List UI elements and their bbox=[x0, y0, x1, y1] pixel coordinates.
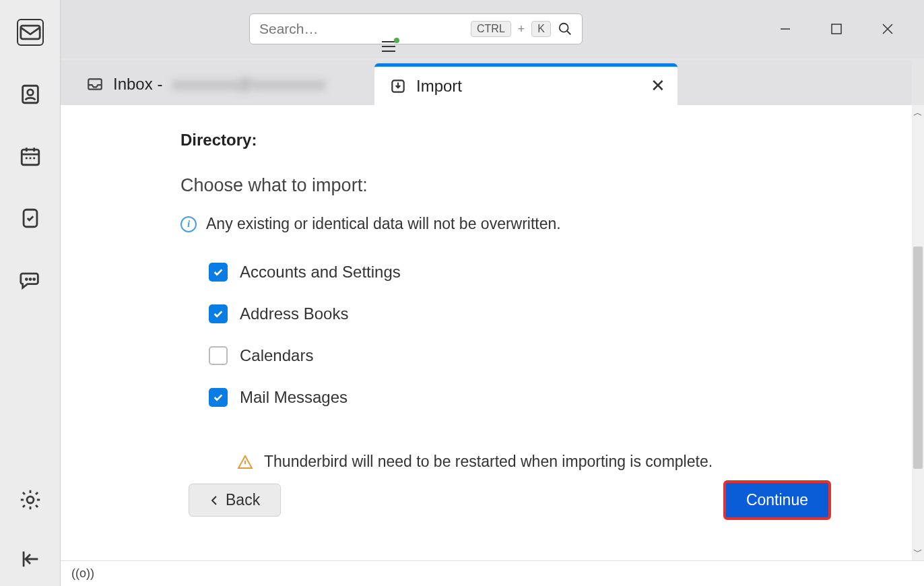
settings-space[interactable] bbox=[17, 486, 44, 513]
mail-space[interactable] bbox=[17, 19, 44, 46]
scroll-up-button[interactable]: ︿ bbox=[912, 105, 924, 121]
checkbox-accounts[interactable] bbox=[209, 263, 228, 282]
option-accounts-label: Accounts and Settings bbox=[240, 263, 401, 282]
chat-space[interactable] bbox=[17, 267, 44, 294]
warning-row: Thunderbird will need to be restarted wh… bbox=[209, 453, 785, 471]
inbox-icon bbox=[86, 75, 104, 93]
scroll-down-button[interactable]: ﹀ bbox=[912, 544, 924, 560]
maximize-button[interactable] bbox=[827, 20, 846, 38]
svg-point-6 bbox=[30, 279, 31, 280]
mail-icon bbox=[19, 21, 42, 44]
kbd-k: K bbox=[531, 21, 551, 37]
status-bar: ((o)) bbox=[61, 560, 924, 586]
warning-text: Thunderbird will need to be restarted wh… bbox=[264, 453, 713, 471]
option-accounts[interactable]: Accounts and Settings bbox=[209, 263, 785, 282]
info-icon: i bbox=[180, 216, 197, 232]
spaces-toolbar bbox=[0, 0, 61, 586]
address-book-icon bbox=[19, 83, 42, 106]
chevron-left-icon bbox=[209, 494, 219, 507]
checkbox-calendars[interactable] bbox=[209, 346, 228, 365]
option-mail-label: Mail Messages bbox=[240, 388, 348, 407]
back-button-label: Back bbox=[226, 491, 260, 509]
continue-button[interactable]: Continue bbox=[723, 480, 831, 520]
svg-point-5 bbox=[26, 279, 27, 280]
window-controls bbox=[776, 0, 924, 58]
option-address-books-label: Address Books bbox=[240, 304, 348, 323]
svg-point-9 bbox=[560, 24, 568, 32]
choose-heading: Choose what to import: bbox=[180, 175, 785, 196]
gear-icon bbox=[19, 488, 42, 511]
option-address-books[interactable]: Address Books bbox=[209, 304, 785, 323]
tab-inbox-account: xxxxxxxx@xxxxxxxxx bbox=[172, 75, 325, 94]
app-menu-button[interactable] bbox=[381, 39, 398, 57]
notification-dot-icon bbox=[394, 38, 399, 43]
tab-close-button[interactable]: ✕ bbox=[651, 75, 665, 96]
kbd-ctrl: CTRL bbox=[471, 21, 511, 37]
global-search[interactable]: CTRL + K bbox=[249, 13, 583, 44]
tab-inbox[interactable]: Inbox - xxxxxxxx@xxxxxxxxx bbox=[71, 63, 374, 105]
tasks-space[interactable] bbox=[17, 205, 44, 232]
checkbox-address-books[interactable] bbox=[209, 304, 228, 323]
search-icon bbox=[558, 22, 572, 36]
svg-point-2 bbox=[27, 90, 33, 96]
tasks-icon bbox=[19, 207, 42, 230]
svg-rect-3 bbox=[22, 150, 39, 165]
back-button[interactable]: Back bbox=[189, 484, 281, 517]
tab-import[interactable]: Import ✕ bbox=[374, 63, 678, 105]
checkbox-mail[interactable] bbox=[209, 388, 228, 407]
import-options: Accounts and Settings Address Books Cale… bbox=[180, 263, 785, 471]
search-input[interactable] bbox=[259, 21, 464, 37]
option-mail[interactable]: Mail Messages bbox=[209, 388, 785, 407]
directory-label: Directory: bbox=[180, 131, 785, 150]
tab-import-label: Import bbox=[416, 77, 462, 96]
address-book-space[interactable] bbox=[17, 81, 44, 108]
minimize-button[interactable] bbox=[776, 20, 795, 38]
info-row: i Any existing or identical data will no… bbox=[180, 215, 785, 233]
vertical-scrollbar[interactable]: ︿ ﹀ bbox=[912, 105, 924, 560]
svg-rect-0 bbox=[20, 26, 39, 39]
tab-inbox-label: Inbox - bbox=[113, 75, 162, 94]
info-text: Any existing or identical data will not … bbox=[206, 215, 561, 233]
scroll-thumb[interactable] bbox=[913, 247, 923, 469]
tab-bar: Inbox - xxxxxxxx@xxxxxxxxx Import ✕ bbox=[61, 61, 912, 105]
import-panel: Directory: Choose what to import: i Any … bbox=[128, 105, 838, 459]
chat-icon bbox=[19, 269, 42, 292]
option-calendars-label: Calendars bbox=[240, 346, 313, 365]
collapse-space[interactable] bbox=[17, 546, 44, 573]
calendar-icon bbox=[19, 145, 42, 168]
warning-icon bbox=[237, 454, 253, 470]
collapse-icon bbox=[19, 548, 42, 571]
calendar-space[interactable] bbox=[17, 143, 44, 170]
content-area: Directory: Choose what to import: i Any … bbox=[61, 105, 912, 560]
option-calendars[interactable]: Calendars bbox=[209, 346, 785, 365]
svg-point-7 bbox=[33, 279, 34, 280]
svg-point-8 bbox=[27, 496, 34, 503]
svg-rect-10 bbox=[832, 24, 841, 34]
button-row: Back Continue bbox=[189, 480, 831, 520]
titlebar: CTRL + K bbox=[61, 0, 924, 58]
import-icon bbox=[389, 77, 407, 95]
close-button[interactable] bbox=[878, 20, 897, 38]
kbd-plus: + bbox=[518, 22, 525, 36]
sync-indicator[interactable]: ((o)) bbox=[71, 566, 94, 581]
